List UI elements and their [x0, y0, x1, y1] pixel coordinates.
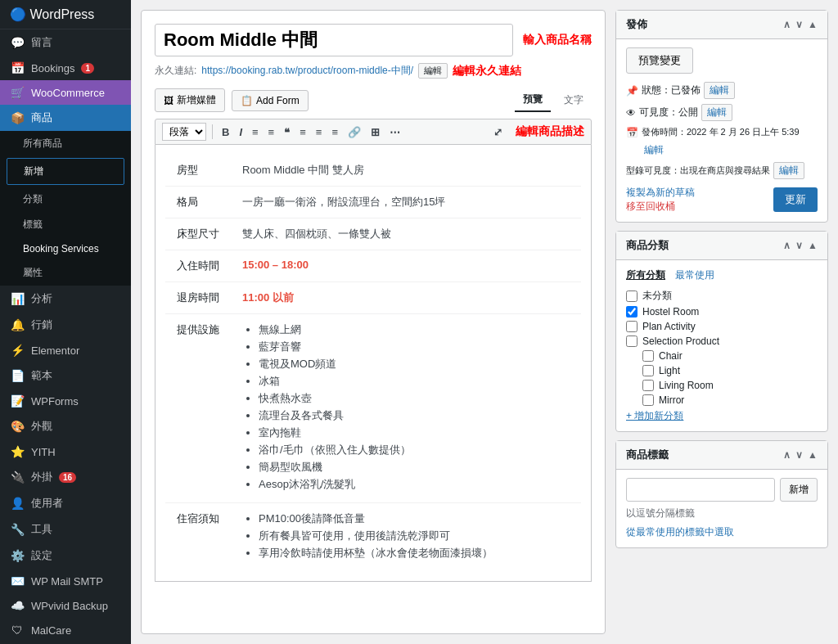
table-label: 床型尺寸: [165, 218, 231, 250]
sidebar-item-users[interactable]: 👤 使用者: [0, 490, 131, 516]
sidebar-item-all-products[interactable]: 所有商品: [0, 131, 131, 156]
add-media-button[interactable]: 🖼 新增媒體: [155, 88, 225, 112]
category-checkbox[interactable]: [642, 394, 654, 406]
common-tags-link[interactable]: 從最常使用的標籤中選取: [626, 526, 734, 538]
sidebar-item-smtp[interactable]: ✉️ WP Mail SMTP: [0, 569, 131, 593]
category-item[interactable]: Chair: [626, 350, 818, 362]
tags-up-icon[interactable]: ∧: [783, 449, 791, 461]
category-item[interactable]: Plan Activity: [626, 321, 818, 332]
category-item[interactable]: Living Room: [626, 380, 818, 391]
tag-input[interactable]: [626, 478, 775, 502]
editor-toolbar: 🖼 新增媒體 📋 Add Form 預覽 文字: [155, 88, 592, 112]
catalog-row: 型錄可見度：出現在商店與搜尋結果 編輯: [626, 162, 818, 179]
category-label: Living Room: [659, 380, 714, 391]
sidebar-item-comment[interactable]: 💬 留言: [0, 29, 131, 56]
right-sidebar: 發佈 ∧ ∨ ▲ 預覽變更 📌 狀態：已發佈 編輯: [615, 10, 828, 634]
sidebar-item-attributes[interactable]: 屬性: [0, 260, 131, 286]
sidebar-item-elementor[interactable]: ⚡ Elementor: [0, 338, 131, 363]
sidebar-item-tags[interactable]: 標籤: [0, 212, 131, 237]
malcare-icon: 🛡: [10, 624, 25, 637]
text-tab[interactable]: 文字: [556, 88, 592, 112]
category-item[interactable]: Light: [626, 365, 818, 376]
panel-down-icon[interactable]: ∨: [795, 19, 803, 30]
align-left-button[interactable]: ≡: [296, 124, 309, 140]
catalog-edit-link[interactable]: 編輯: [773, 162, 804, 179]
category-checkbox[interactable]: [626, 290, 638, 302]
copy-draft-link[interactable]: 複製為新的草稿: [626, 187, 695, 198]
category-checkbox[interactable]: [626, 336, 638, 347]
sidebar-item-yith[interactable]: ⭐ YITH: [0, 439, 131, 464]
category-checkbox[interactable]: [626, 306, 638, 317]
categories-panel-header: 商品分類 ∧ ∨ ▲: [616, 232, 827, 260]
add-tag-button[interactable]: 新增: [780, 478, 818, 502]
cat-down-icon[interactable]: ∨: [795, 240, 803, 251]
product-title-input[interactable]: [155, 24, 513, 56]
preview-changes-button[interactable]: 預覽變更: [626, 47, 693, 74]
align-right-button[interactable]: ≡: [328, 124, 341, 140]
cat-close-icon[interactable]: ▲: [808, 240, 818, 251]
ul-button[interactable]: ≡: [265, 124, 278, 140]
content-editor[interactable]: 房型Room Middle 中間 雙人房格局一房一廳一衛浴，附設流理台，空間約1…: [155, 145, 592, 582]
category-checkbox[interactable]: [642, 380, 654, 391]
category-item[interactable]: Mirror: [626, 394, 818, 406]
align-center-button[interactable]: ≡: [313, 124, 326, 140]
sidebar-item-marketing[interactable]: 🔔 行銷: [0, 312, 131, 338]
cat-up-icon[interactable]: ∧: [783, 240, 791, 251]
sidebar-item-analytics[interactable]: 📊 分析: [0, 286, 131, 312]
category-item[interactable]: Hostel Room: [626, 306, 818, 317]
sidebar-item-wpvivid[interactable]: ☁️ WPvivid Backup: [0, 593, 131, 618]
main-content: 輸入商品名稱 永久連結: https://booking.rab.tw/prod…: [131, 0, 838, 644]
category-checkbox[interactable]: [626, 321, 638, 332]
move-trash-link[interactable]: 移至回收桶: [626, 200, 675, 212]
visibility-edit-link[interactable]: 編輯: [701, 104, 732, 121]
panel-close-icon[interactable]: ▲: [808, 19, 818, 30]
update-button[interactable]: 更新: [773, 187, 818, 212]
tab-all-categories[interactable]: 所有分類: [626, 268, 665, 282]
category-checkbox[interactable]: [642, 350, 654, 362]
permalink-url[interactable]: https://booking.rab.tw/product/room-midd…: [201, 64, 413, 78]
sidebar-item-bookings[interactable]: 📅 Bookings 1: [0, 56, 131, 80]
publish-panel-body: 預覽變更 📌 狀態：已發佈 編輯 👁 可見度：公開 編輯 📅 發佈時間: [616, 39, 827, 222]
ol-button[interactable]: ≡: [249, 124, 262, 140]
category-tabs: 所有分類 最常使用: [626, 268, 818, 282]
sidebar-item-malcare[interactable]: 🛡 MalCare: [0, 618, 131, 642]
table-row: 格局一房一廳一衛浴，附設流理台，空間約15坪: [165, 187, 581, 218]
blockquote-button[interactable]: ❝: [281, 124, 293, 140]
category-item[interactable]: Selection Product: [626, 336, 818, 347]
tab-common-categories[interactable]: 最常使用: [675, 268, 714, 282]
italic-button[interactable]: I: [236, 124, 246, 140]
permalink-edit-btn[interactable]: 編輯: [418, 63, 448, 79]
sidebar-item-products[interactable]: 📦 商品: [0, 105, 131, 131]
panel-up-icon[interactable]: ∧: [783, 19, 791, 30]
sidebar-item-booking-services[interactable]: Booking Services: [0, 237, 131, 260]
tags-down-icon[interactable]: ∨: [795, 449, 803, 461]
table-row: 提供設施無線上網藍芽音響電視及MOD頻道冰箱快煮熱水壺流理台及各式餐具室內拖鞋浴…: [165, 314, 581, 503]
format-select[interactable]: 段落: [162, 123, 206, 141]
bold-button[interactable]: B: [219, 124, 232, 140]
category-label: Light: [659, 365, 680, 376]
category-checkbox[interactable]: [642, 365, 654, 376]
publish-edit-link[interactable]: 編輯: [644, 143, 664, 157]
status-edit-link[interactable]: 編輯: [704, 82, 735, 99]
tags-close-icon[interactable]: ▲: [808, 449, 818, 461]
sidebar-item-new-product[interactable]: 新增: [7, 158, 124, 185]
sidebar-item-tools[interactable]: 🔧 工具: [0, 516, 131, 543]
fullscreen-button[interactable]: ⤢: [490, 124, 506, 140]
preview-tab[interactable]: 預覽: [515, 88, 551, 112]
sidebar-item-settings[interactable]: ⚙️ 設定: [0, 543, 131, 569]
sidebar-item-plugins[interactable]: 🔌 外掛 16: [0, 464, 131, 490]
settings-icon: ⚙️: [10, 549, 25, 562]
sidebar-item-appearance[interactable]: 🎨 外觀: [0, 413, 131, 439]
link-button[interactable]: 🔗: [345, 124, 364, 140]
add-form-button[interactable]: 📋 Add Form: [232, 90, 309, 111]
more-button[interactable]: ⋯: [386, 124, 403, 140]
sidebar-item-wpforms[interactable]: 📝 WPForms: [0, 389, 131, 413]
category-item[interactable]: 未分類: [626, 289, 818, 303]
add-new-category-link[interactable]: + 增加新分類: [626, 410, 683, 421]
category-label: Hostel Room: [642, 306, 699, 317]
sidebar-item-woocommerce[interactable]: 🛒 WooCommerce: [0, 80, 131, 105]
permalink-row: 永久連結: https://booking.rab.tw/product/roo…: [155, 63, 592, 79]
sidebar-item-categories[interactable]: 分類: [0, 187, 131, 212]
table-button[interactable]: ⊞: [367, 124, 383, 140]
sidebar-item-templates[interactable]: 📄 範本: [0, 363, 131, 389]
